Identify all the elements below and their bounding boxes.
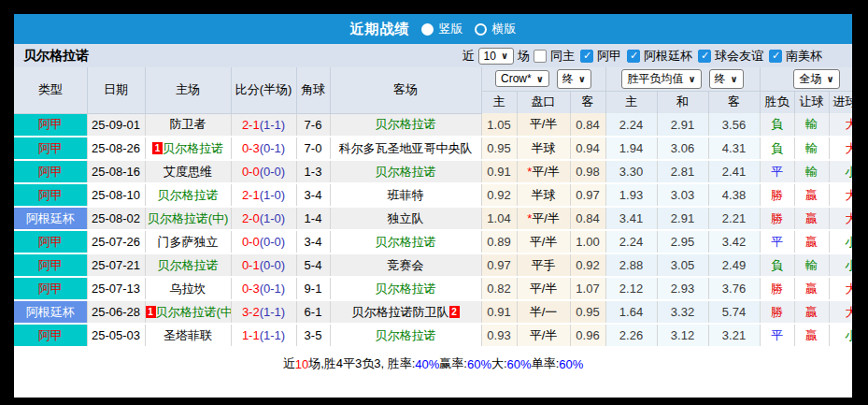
team-link[interactable]: 贝尔格拉诺(中)	[156, 305, 232, 319]
horizontal-view-radio[interactable]	[475, 23, 487, 36]
home-team-cell: 贝尔格拉诺	[145, 183, 231, 207]
avg-draw-cell: 2.95	[657, 230, 708, 253]
winlose-result-cell: 負	[760, 137, 794, 160]
subheader-handicap-result: 让球	[794, 91, 829, 113]
handicap-time-select[interactable]: 终 ∨	[557, 69, 591, 89]
team-link[interactable]: 乌拉坎	[170, 282, 206, 296]
corners-cell: 9-1	[296, 277, 330, 300]
team-link[interactable]: 贝尔格拉诺	[376, 282, 436, 296]
red-card-badge: 2	[449, 306, 460, 318]
avg-win-cell: 2.24	[605, 113, 657, 137]
avg-type-select[interactable]: 胜平负均值 ∨	[621, 69, 701, 89]
team-link[interactable]: 贝尔格拉诺	[158, 188, 219, 202]
competition-label-copa[interactable]: 阿根廷杯	[644, 48, 692, 65]
handicap-cell: 平/半	[517, 277, 570, 300]
handicap-cell: 半球	[517, 183, 570, 207]
summary-segment: 大:	[491, 355, 507, 372]
table-row: 阿甲25-09-01防卫者2-1(1-1)7-6贝尔格拉诺1.05平/半0.84…	[14, 113, 852, 137]
table-row: 阿甲25-05-03圣塔菲联1-1(1-1)3-5贝尔格拉诺0.93平/半0.9…	[14, 324, 852, 347]
scope-value: 全场	[799, 71, 821, 87]
competition-checkbox-friendly[interactable]	[698, 50, 711, 63]
halftime-score: (0-0)	[260, 165, 285, 179]
home-team-cell: 1贝尔格拉诺	[145, 137, 231, 160]
same-home-checkbox[interactable]	[534, 50, 547, 63]
team-link[interactable]: 贝尔格拉诺	[376, 117, 436, 131]
same-home-label[interactable]: 同主	[550, 48, 575, 65]
league-cell: 阿根廷杯	[14, 207, 87, 230]
handicap-away-odds-cell: 0.97	[570, 183, 605, 207]
score-cell: 0-0(0-0)	[231, 160, 296, 183]
team-link[interactable]: 竞赛会	[388, 258, 424, 272]
team-link[interactable]: 独立队	[388, 211, 424, 225]
team-link[interactable]: 贝尔格拉诺防卫队	[352, 305, 449, 319]
horizontal-view-label[interactable]: 横版	[492, 21, 517, 37]
league-cell: 阿根廷杯	[14, 300, 87, 324]
handicap-result-cell: 輸	[794, 137, 829, 160]
recent-results-panel: 近期战绩 竖版 横版 贝尔格拉诺 近 10 ∨ 场 同主 阿甲 阿根廷杯 球会友…	[14, 14, 852, 398]
score-cell: 0-3(0-1)	[231, 137, 296, 160]
vertical-view-radio[interactable]	[421, 23, 434, 36]
winlose-result-cell: 平	[760, 230, 794, 253]
away-team-cell: 竞赛会	[330, 253, 481, 277]
chevron-down-icon: ∨	[826, 74, 833, 84]
handicap-home-odds-cell: 0.95	[481, 137, 517, 160]
recent-count-select[interactable]: 10 ∨	[478, 48, 514, 65]
team-link[interactable]: 贝尔格拉诺(中)	[148, 211, 229, 225]
score-cell: 0-1(0-0)	[231, 253, 296, 277]
subheader-avg-win: 主	[605, 91, 657, 113]
summary-segment: 60%	[467, 357, 491, 371]
competition-label-liga[interactable]: 阿甲	[597, 48, 621, 65]
date-cell: 25-08-10	[87, 183, 145, 207]
team-link[interactable]: 贝尔格拉诺	[376, 328, 436, 342]
competition-label-friendly[interactable]: 球会友谊	[715, 48, 763, 65]
competition-checkbox-liga[interactable]	[580, 50, 593, 63]
team-link[interactable]: 贝尔格拉诺	[376, 235, 436, 249]
team-link[interactable]: 艾度思维	[164, 165, 212, 179]
date-cell: 25-07-26	[87, 230, 145, 253]
competition-checkbox-copa[interactable]	[627, 50, 640, 63]
league-cell: 阿甲	[14, 253, 87, 277]
fulltime-score: 2-1	[242, 118, 260, 132]
home-team-cell: 防卫者	[145, 113, 231, 137]
halftime-score: (1-1)	[260, 328, 285, 342]
competition-checkbox-sudamericana[interactable]	[769, 50, 782, 63]
handicap-home-odds-cell: 0.91	[481, 160, 517, 183]
avg-draw-cell: 3.32	[657, 300, 708, 324]
summary-segment: 60%	[559, 357, 583, 371]
subheader-handicap: 盘口	[517, 91, 570, 113]
team-link[interactable]: 贝尔格拉诺	[163, 141, 223, 155]
date-cell: 25-08-16	[87, 160, 145, 183]
avg-lose-cell: 3.21	[708, 324, 760, 347]
summary-segment: 赢率:	[439, 355, 467, 372]
vertical-view-label[interactable]: 竖版	[439, 21, 463, 37]
fulltime-score: 2-0	[242, 211, 260, 225]
goals-result-cell: 大	[829, 113, 852, 137]
halftime-score: (0-0)	[260, 258, 285, 272]
team-link[interactable]: 贝尔格拉诺	[158, 258, 219, 272]
team-link[interactable]: 贝尔格拉诺	[376, 165, 436, 179]
handicap-away-odds-cell: 0.84	[570, 113, 605, 137]
handicap-cell: *平/半	[517, 160, 570, 183]
avg-time-select[interactable]: 终 ∨	[709, 69, 744, 89]
team-link[interactable]: 班菲特	[388, 188, 424, 202]
away-team-cell: 科尔多瓦圣地亚哥中央队	[330, 137, 481, 160]
scope-select[interactable]: 全场 ∨	[793, 69, 839, 89]
corners-cell: 1-4	[296, 207, 330, 230]
team-link[interactable]: 科尔多瓦圣地亚哥中央队	[339, 141, 473, 155]
handicap-away-odds-cell: 1.07	[570, 277, 605, 300]
goals-result-cell: 大	[829, 277, 852, 300]
team-link[interactable]: 门多萨独立	[158, 235, 219, 249]
winlose-result-cell: 勝	[760, 183, 794, 207]
avg-draw-cell: 3.03	[657, 183, 708, 207]
recent-count-value: 10	[484, 50, 496, 63]
team-link[interactable]: 防卫者	[170, 117, 206, 131]
fulltime-score: 3-2	[242, 305, 260, 319]
home-team-cell: 圣塔菲联	[145, 324, 231, 347]
odds-source-select[interactable]: Crow* ∨	[495, 70, 549, 87]
team-link[interactable]: 圣塔菲联	[164, 328, 212, 342]
handicap-cell: 平/半	[517, 113, 570, 137]
competition-label-sudamericana[interactable]: 南美杯	[786, 48, 822, 65]
avg-lose-cell: 2.21	[708, 207, 760, 230]
handicap-cell: 半球	[517, 137, 570, 160]
results-tbody: 阿甲25-09-01防卫者2-1(1-1)7-6贝尔格拉诺1.05平/半0.84…	[14, 113, 852, 347]
